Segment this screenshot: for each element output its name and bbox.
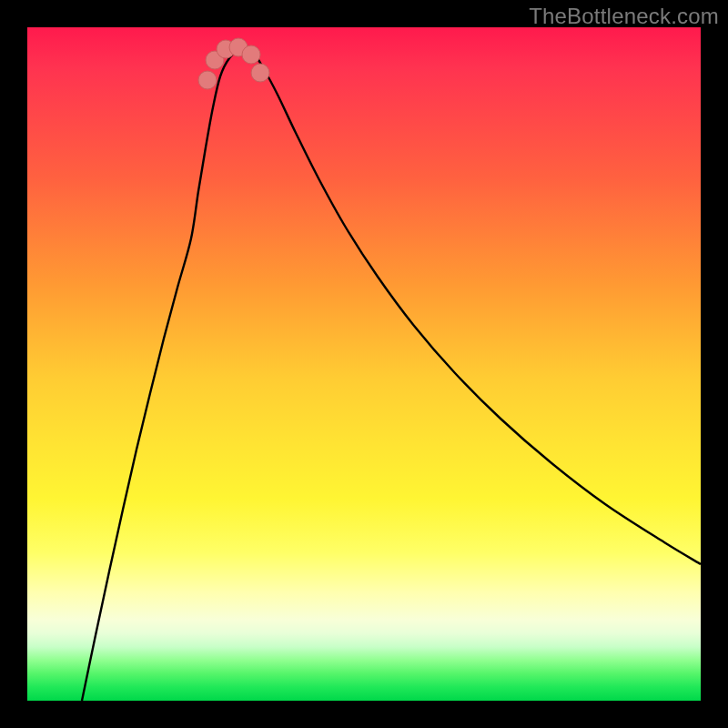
data-marker — [198, 71, 217, 89]
bottleneck-curve — [82, 49, 701, 701]
data-marker — [251, 64, 269, 82]
marker-group — [198, 38, 269, 89]
outer-frame: TheBottleneck.com — [0, 0, 728, 728]
plot-area — [27, 27, 701, 701]
chart-svg — [27, 27, 701, 701]
data-marker — [242, 46, 260, 64]
watermark-text: TheBottleneck.com — [529, 4, 719, 29]
